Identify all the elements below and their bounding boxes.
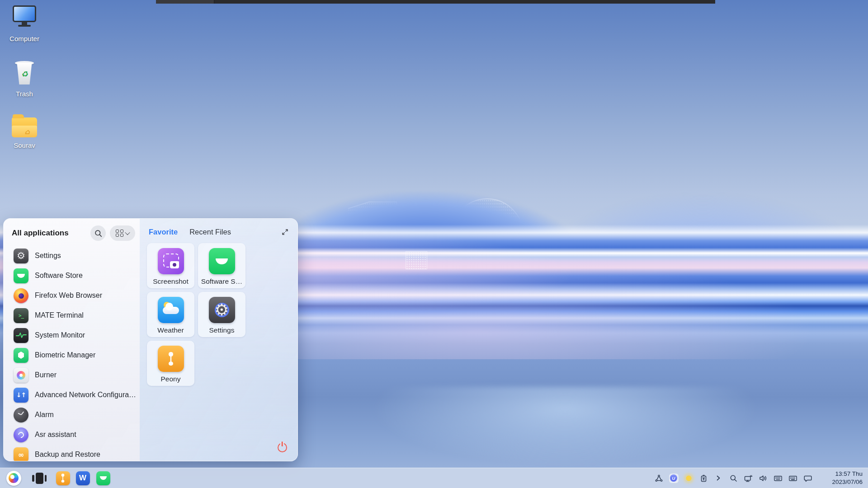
desktop-icon-label: Sourav <box>14 141 35 149</box>
folder-icon: ⌂ <box>12 117 37 137</box>
software-store-app-icon <box>14 268 28 283</box>
start-menu-panel: All applications Settings Software Store <box>3 218 298 461</box>
brightness-icon[interactable] <box>684 473 693 483</box>
tile-label: Weather <box>157 326 184 334</box>
clock[interactable]: 13:57 Thu 2023/07/06 <box>832 470 863 486</box>
app-label: System Monitor <box>35 331 85 339</box>
computer-icon <box>13 5 36 31</box>
app-row-backup-restore[interactable]: Backup and Restore <box>4 445 140 461</box>
chevron-down-icon <box>125 230 130 235</box>
system-tray <box>654 468 813 488</box>
hidden-window-top-edge[interactable] <box>156 0 715 4</box>
grid-view-icon <box>116 230 123 237</box>
app-row-settings[interactable]: Settings <box>4 246 140 266</box>
power-manager-icon[interactable] <box>698 473 708 483</box>
firefox-app-icon <box>14 288 28 303</box>
network-icon[interactable] <box>743 473 753 483</box>
notification-icon[interactable] <box>803 473 813 483</box>
favorite-tile-settings[interactable]: Settings <box>198 292 245 337</box>
tab-favorite[interactable]: Favorite <box>149 228 178 236</box>
app-row-asr-assistant[interactable]: Asr assistant <box>4 425 140 445</box>
desktop-icon-label: Computer <box>9 35 39 42</box>
app-row-firefox[interactable]: Firefox Web Browser <box>4 286 140 305</box>
taskbar-software-store-button[interactable] <box>94 469 112 487</box>
app-label: Backup and Restore <box>35 450 100 459</box>
software-store-icon <box>209 248 235 274</box>
search-icon <box>94 229 103 238</box>
weather-icon <box>158 297 184 323</box>
menu-title: All applications <box>12 229 86 238</box>
app-label: Settings <box>35 252 61 260</box>
wallpaper-reflection <box>371 387 760 466</box>
search-button[interactable] <box>90 225 106 241</box>
app-label: Asr assistant <box>35 431 76 439</box>
app-row-biometric-manager[interactable]: Biometric Manager <box>4 345 140 365</box>
app-row-burner[interactable]: Burner <box>4 365 140 385</box>
volume-icon[interactable] <box>758 473 768 483</box>
app-label: Burner <box>35 371 57 379</box>
desktop-icon-sourav-folder[interactable]: ⌂ Sourav <box>3 114 46 149</box>
system-monitor-app-icon <box>14 328 28 343</box>
start-menu-favorites-pane: Favorite Recent Files Screenshot Softwar… <box>140 219 297 461</box>
app-label: Software Store <box>35 272 83 280</box>
tab-recent-files[interactable]: Recent Files <box>189 228 231 236</box>
keyboard-icon[interactable] <box>773 473 783 483</box>
virtual-keyboard-icon[interactable] <box>788 473 798 483</box>
alarm-app-icon <box>14 408 28 422</box>
tile-label: Settings <box>209 326 234 334</box>
expand-button[interactable] <box>281 228 289 236</box>
favorites-grid: Screenshot Software S… Weather Settings … <box>140 236 297 386</box>
app-row-alarm[interactable]: Alarm <box>4 405 140 425</box>
screenshot-icon <box>158 248 184 274</box>
taskbar-peony-button[interactable] <box>54 469 71 487</box>
app-label: Advanced Network Configura… <box>35 391 136 399</box>
input-method-icon[interactable] <box>669 473 679 483</box>
app-row-software-store[interactable]: Software Store <box>4 266 140 286</box>
taskbar-wps-button[interactable]: W <box>74 469 91 487</box>
settings-app-icon <box>14 249 28 263</box>
favorite-tile-software-store[interactable]: Software S… <box>198 243 245 288</box>
desktop-icon-label: Trash <box>16 90 33 98</box>
tile-label: Screenshot <box>153 277 188 286</box>
peony-file-manager-icon <box>56 471 70 485</box>
app-row-advanced-network[interactable]: Advanced Network Configura… <box>4 385 140 405</box>
clock-date: 2023/07/06 <box>832 478 863 486</box>
burner-app-icon <box>14 368 28 383</box>
tile-label: Peony <box>161 375 181 383</box>
favorite-tile-screenshot[interactable]: Screenshot <box>147 243 194 288</box>
tile-label: Software S… <box>201 277 242 286</box>
desktop: 10 Computer ♻ Trash ⌂ Sourav All applica… <box>0 0 868 488</box>
power-button[interactable] <box>274 439 290 455</box>
hotspot-share-icon[interactable] <box>654 473 664 483</box>
desktop-icon-computer[interactable]: Computer <box>3 5 46 42</box>
favorite-tile-peony[interactable]: Peony <box>147 341 194 386</box>
view-mode-button[interactable] <box>110 225 135 241</box>
start-menu-button[interactable] <box>5 469 22 487</box>
app-label: MATE Terminal <box>35 311 84 319</box>
software-store-icon <box>96 471 110 485</box>
desktop-icon-trash[interactable]: ♻ Trash <box>3 61 46 98</box>
favorite-tile-weather[interactable]: Weather <box>147 292 194 337</box>
tray-expand-icon[interactable] <box>713 473 723 483</box>
app-list: Settings Software Store Firefox Web Brow… <box>4 243 140 461</box>
app-row-mate-terminal[interactable]: MATE Terminal <box>4 305 140 325</box>
app-label: Firefox Web Browser <box>35 291 102 300</box>
wps-office-icon: W <box>76 471 90 485</box>
trash-icon: ♻ <box>14 61 35 86</box>
expand-icon <box>281 228 289 236</box>
taskbar: W <box>0 468 868 488</box>
settings-icon <box>209 297 235 323</box>
kylin-logo-icon <box>6 471 21 486</box>
global-search-icon[interactable] <box>728 473 738 483</box>
start-menu-app-list-pane: All applications Settings Software Store <box>4 219 140 461</box>
multitask-view-icon <box>32 473 47 484</box>
asr-assistant-app-icon <box>14 427 28 442</box>
app-label: Biometric Manager <box>35 351 95 359</box>
clock-time: 13:57 Thu <box>832 470 863 478</box>
biometric-app-icon <box>14 348 28 363</box>
task-view-button[interactable] <box>31 469 48 487</box>
network-config-app-icon <box>14 388 28 403</box>
terminal-app-icon <box>14 308 28 323</box>
app-row-system-monitor[interactable]: System Monitor <box>4 325 140 345</box>
wallpaper-dot-square <box>406 251 427 269</box>
